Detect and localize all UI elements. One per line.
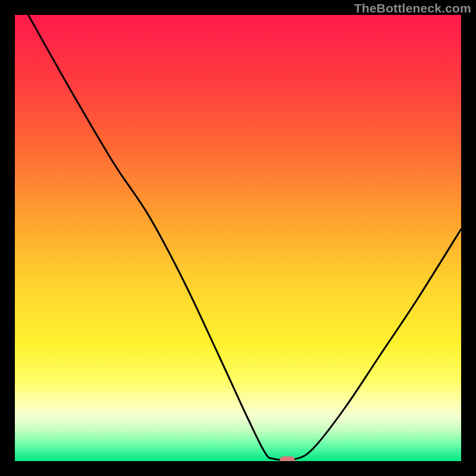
- plot-area: [15, 15, 461, 461]
- watermark-text: TheBottleneck.com: [354, 1, 471, 15]
- chart-frame: TheBottleneck.com: [0, 0, 476, 476]
- optimal-point-marker: [280, 456, 295, 462]
- bottleneck-curve: [15, 15, 461, 461]
